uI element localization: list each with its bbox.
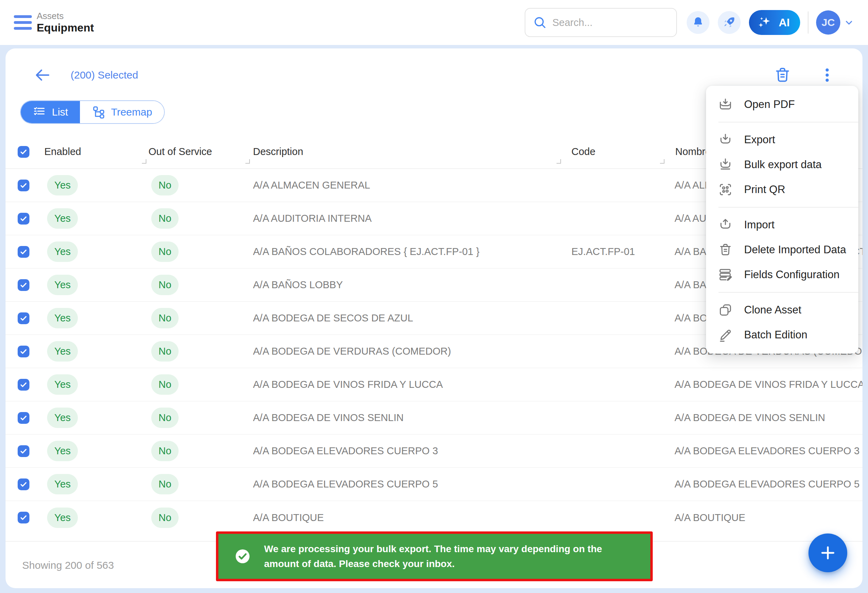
trash-icon [773,66,792,84]
hamburger-menu-icon[interactable] [14,15,32,30]
search-box[interactable] [525,8,677,37]
add-button[interactable] [809,534,847,572]
success-check-icon [234,548,251,565]
description-cell: A/A AUDITORIA INTERNA [253,213,566,224]
trash-icon [718,242,733,257]
description-cell: A/A BODEGA DE VINOS SENLIN [253,412,566,423]
row-checkbox[interactable] [18,279,30,291]
menu-item-clone-asset[interactable]: Clone Asset [706,298,858,322]
ai-button-label: AI [779,16,790,29]
enabled-badge: Yes [47,308,78,328]
pencil-icon [718,327,733,342]
view-toggle-treemap[interactable]: Treemap [80,101,164,123]
ai-button[interactable]: AI [749,10,800,35]
menu-item-label: Delete Imported Data [744,243,846,256]
out-of-service-badge: No [151,507,179,528]
back-button[interactable] [33,66,51,84]
column-header-out-of-service[interactable]: Out of Service [149,142,253,158]
row-checkbox[interactable] [18,445,30,457]
row-checkbox[interactable] [18,478,30,490]
table-row[interactable]: YesNoA/A BODEGA ELEVADORES CUERPO 3A/A B… [6,435,862,468]
out-of-service-badge: No [151,407,179,428]
menu-item-label: Export [744,134,775,146]
row-checkbox[interactable] [18,346,30,357]
table-row[interactable]: YesNoA/A BOUTIQUEA/A BOUTIQUE [6,501,862,534]
out-of-service-badge: No [151,341,179,361]
menu-item-label: Open PDF [744,98,795,111]
row-checkbox[interactable] [18,379,30,391]
table-row[interactable]: YesNoA/A BODEGA DE VINOS SENLINA/A BODEG… [6,401,862,435]
treemap-icon [92,105,106,119]
bulk-download-icon [718,157,733,172]
divider [808,12,809,34]
open-pdf-icon [718,97,733,112]
row-checkbox[interactable] [18,313,30,324]
enabled-badge: Yes [47,242,78,262]
menu-item-label: Batch Edition [744,329,807,341]
clone-icon [718,302,733,318]
avatar[interactable]: JC [816,10,840,35]
enabled-badge: Yes [47,474,78,494]
row-checkbox[interactable] [18,213,30,224]
menu-item-print-qr[interactable]: Print QR [706,177,858,202]
search-input[interactable] [552,17,656,28]
menu-item-export[interactable]: Export [706,127,858,152]
more-options-button[interactable] [818,66,836,84]
column-resize-handle[interactable] [660,159,664,164]
enabled-badge: Yes [47,208,78,229]
title-block: Assets Equipment [37,11,94,34]
menu-item-open-pdf[interactable]: Open PDF [706,92,858,117]
description-cell: A/A BODEGA DE VINOS FRIDA Y LUCCA [253,379,566,390]
select-all-checkbox[interactable] [18,146,30,158]
row-checkbox[interactable] [18,412,30,424]
menu-item-fields-configuration[interactable]: Fields Configuration [706,262,858,287]
toast-message: We are processing your bulk export. The … [264,541,616,572]
menu-item-batch-edition[interactable]: Batch Edition [706,322,858,347]
view-toggle-treemap-label: Treemap [111,106,152,118]
view-toggle-list[interactable]: List [21,101,80,123]
column-resize-handle[interactable] [557,159,561,164]
breadcrumb: Assets [37,11,94,21]
chevron-down-icon[interactable] [844,17,854,28]
row-checkbox[interactable] [18,246,30,258]
enabled-badge: Yes [47,407,78,428]
out-of-service-badge: No [151,242,179,262]
upload-icon [718,217,733,233]
menu-item-label: Print QR [744,183,785,196]
column-header-code[interactable]: Code [566,142,669,158]
menu-item-import[interactable]: Import [706,212,858,237]
enabled-badge: Yes [47,507,78,528]
enabled-badge: Yes [47,341,78,361]
column-header-description[interactable]: Description [253,142,566,158]
description-cell: A/A ALMACEN GENERAL [253,180,566,191]
bell-icon [691,16,705,30]
column-resize-handle[interactable] [142,159,146,164]
table-row[interactable]: YesNoA/A BODEGA ELEVADORES CUERPO 5A/A B… [6,468,862,501]
column-header-enabled[interactable]: Enabled [44,142,149,158]
selected-count[interactable]: (200) Selected [71,69,138,81]
selection-toolbar: (200) Selected [6,49,862,84]
column-resize-handle[interactable] [245,159,250,164]
menu-item-delete-imported-data[interactable]: Delete Imported Data [706,237,858,262]
menu-item-label: Fields Configuration [744,268,840,281]
description-cell: A/A BAÑOS LOBBY [253,279,566,291]
checklist-icon [32,105,46,119]
menu-item-label: Import [744,219,775,231]
whats-new-button[interactable] [718,11,741,34]
nombre-cell: A/A BOUTIQUE [669,512,862,524]
row-checkbox[interactable] [18,180,30,191]
rocket-icon [722,16,736,30]
nombre-cell: A/A BODEGA DE VINOS FRIDA Y LUCCA [669,379,862,390]
top-header: Assets Equipment AI JC [0,0,868,45]
delete-selected-button[interactable] [773,66,792,84]
row-checkbox[interactable] [18,512,30,524]
notifications-button[interactable] [686,11,710,34]
menu-item-label: Clone Asset [744,304,801,316]
out-of-service-badge: No [151,175,179,195]
menu-item-bulk-export-data[interactable]: Bulk export data [706,152,858,177]
description-cell: A/A BODEGA DE SECOS DE AZUL [253,313,566,324]
table-row[interactable]: YesNoA/A BODEGA DE VINOS FRIDA Y LUCCAA/… [6,368,862,401]
code-cell: EJ.ACT.FP-01 [566,246,669,257]
out-of-service-badge: No [151,474,179,494]
enabled-badge: Yes [47,441,78,461]
